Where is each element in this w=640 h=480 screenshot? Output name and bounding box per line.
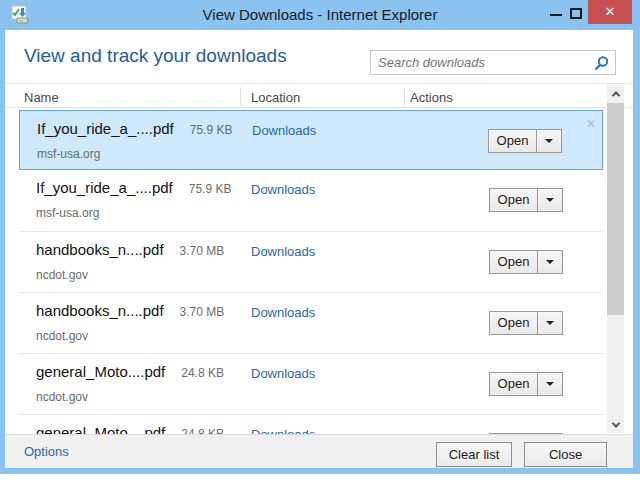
chevron-down-icon [546,321,554,325]
column-separator [404,87,405,106]
remove-download-icon[interactable]: ✕ [586,117,596,131]
column-header-name: Name [24,90,59,105]
search-box [370,50,616,75]
close-window-button[interactable]: ✕ [588,0,632,24]
download-row[interactable]: handbooks_n....pdf 3.70 MB Downloads ncd… [19,292,603,353]
open-button[interactable]: Open [489,130,536,152]
open-dropdown-button[interactable] [536,130,561,152]
open-button[interactable]: Open [490,189,537,211]
open-button[interactable]: Open [490,373,537,395]
file-name: If_you_ride_a_....pdf [37,120,174,137]
scrollbar[interactable] [607,85,624,433]
maximize-button[interactable] [566,0,586,26]
source-domain: msf-usa.org [37,147,100,161]
open-dropdown-button[interactable] [537,251,562,273]
downloads-list: If_you_ride_a_....pdf 75.9 KB Downloads … [5,107,633,434]
options-link[interactable]: Options [24,444,69,459]
file-name-line: general_Moto....pdf 24.8 KB [36,363,224,380]
open-split-button: Open [489,311,563,335]
file-size: 24.8 KB [181,366,224,380]
view-downloads-window: View Downloads - Internet Explorer ✕ Vie… [0,0,640,474]
search-icon[interactable] [593,55,610,72]
open-button[interactable]: Open [490,251,537,273]
column-header-actions: Actions [410,90,453,105]
dialog-content: View and track your downloads Name Locat… [5,30,633,468]
location-link[interactable]: Downloads [252,123,316,138]
file-name: If_you_ride_a_....pdf [36,179,173,196]
column-separator [240,87,241,106]
file-size: 3.70 MB [180,244,225,258]
footer-buttons: Clear list Close [436,442,607,467]
file-size: 75.9 KB [189,182,232,196]
chevron-down-icon [546,198,554,202]
open-split-button: Open [489,188,563,212]
source-domain: ncdot.gov [36,329,88,343]
open-dropdown-button[interactable] [537,189,562,211]
download-row[interactable]: handbooks_n....pdf 3.70 MB Downloads ncd… [19,231,603,292]
file-name: handbooks_n....pdf [36,302,164,319]
location-link[interactable]: Downloads [251,427,315,434]
file-name-line: handbooks_n....pdf 3.70 MB [36,241,224,258]
file-size: 3.70 MB [180,305,225,319]
clear-list-button[interactable]: Clear list [436,442,512,467]
page-title: View and track your downloads [24,45,287,67]
open-split-button: Open [489,372,563,396]
download-row[interactable]: general_Moto....pdf 24.8 KB Downloads nc… [19,414,603,434]
download-row[interactable]: general_Moto....pdf 24.8 KB Downloads nc… [19,353,603,414]
scroll-down-icon[interactable] [607,416,624,433]
file-name: general_Moto....pdf [36,363,165,380]
location-link[interactable]: Downloads [251,305,315,320]
chevron-down-icon [546,260,554,264]
source-domain: msf-usa.org [36,206,99,220]
location-link[interactable]: Downloads [251,366,315,381]
column-headers: Name Location Actions [5,83,633,107]
open-split-button: Open [489,250,563,274]
open-button[interactable]: Open [490,312,537,334]
search-input[interactable] [378,52,588,73]
chevron-down-icon [546,382,554,386]
open-dropdown-button[interactable] [537,373,562,395]
scroll-up-icon[interactable] [607,85,624,102]
open-dropdown-button[interactable] [537,312,562,334]
location-link[interactable]: Downloads [251,244,315,259]
file-size: 75.9 KB [190,123,233,137]
footer-bar: Options Clear list Close [5,434,633,468]
location-link[interactable]: Downloads [251,182,315,197]
minimize-button[interactable] [546,0,566,26]
open-split-button: Open [488,129,562,153]
download-row[interactable]: If_you_ride_a_....pdf 75.9 KB Downloads … [19,170,603,231]
window-title: View Downloads - Internet Explorer [0,6,640,23]
column-header-location: Location [251,90,300,105]
file-name-line: handbooks_n....pdf 3.70 MB [36,302,224,319]
file-name: handbooks_n....pdf [36,241,164,258]
source-domain: ncdot.gov [36,390,88,404]
titlebar: View Downloads - Internet Explorer ✕ [0,0,640,30]
chevron-down-icon [545,139,553,143]
file-name-line: If_you_ride_a_....pdf 75.9 KB [36,179,231,196]
scrollbar-thumb[interactable] [607,103,624,315]
source-domain: ncdot.gov [36,268,88,282]
file-name-line: general_Moto....pdf 24.8 KB [36,424,224,434]
file-size: 24.8 KB [181,427,224,434]
download-row[interactable]: If_you_ride_a_....pdf 75.9 KB Downloads … [19,110,603,170]
file-name: general_Moto....pdf [36,424,165,434]
close-dialog-button[interactable]: Close [524,442,607,467]
file-name-line: If_you_ride_a_....pdf 75.9 KB [37,120,232,137]
